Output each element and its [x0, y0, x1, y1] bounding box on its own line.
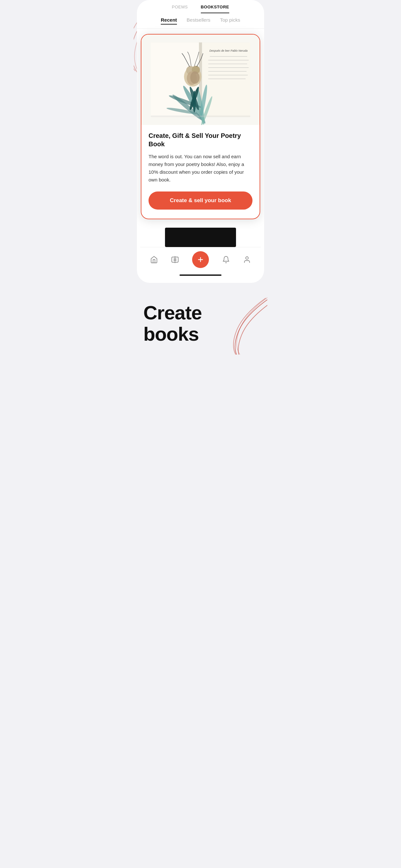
sub-tab-recent[interactable]: Recent — [161, 17, 177, 25]
svg-point-32 — [246, 257, 248, 259]
arc-decoration — [232, 297, 267, 354]
person-icon — [243, 255, 251, 264]
modal-card: Después de leer Pablo Neruda — [141, 34, 260, 219]
bell-icon — [222, 255, 230, 264]
svg-text:Después de leer Pablo Neruda: Después de leer Pablo Neruda — [209, 49, 248, 52]
card-title: Create, Gift & Sell Your Poetry Book — [149, 131, 252, 148]
nav-store[interactable] — [171, 255, 179, 264]
phone-bottom — [137, 247, 264, 283]
bottom-nav — [140, 247, 261, 272]
phone-top: POEMS BOOKSTORE Recent Bestsellers Top p… — [137, 0, 264, 247]
nav-notifications[interactable] — [222, 255, 230, 264]
book-illustration: Después de leer Pablo Neruda — [142, 35, 259, 125]
top-tab-bar: POEMS BOOKSTORE — [137, 0, 264, 13]
card-description: The word is out. You can now sell and ea… — [149, 153, 252, 184]
book-image: Después de leer Pablo Neruda — [142, 35, 259, 125]
nav-create[interactable] — [192, 251, 209, 268]
card-content: Create, Gift & Sell Your Poetry Book The… — [142, 125, 259, 210]
create-books-section: Create books — [134, 283, 267, 354]
sub-tab-bar: Recent Bestsellers Top picks — [137, 13, 264, 29]
sub-tab-top-picks[interactable]: Top picks — [220, 17, 240, 25]
home-indicator — [180, 275, 221, 276]
svg-rect-27 — [151, 116, 250, 117]
create-center-button[interactable] — [192, 251, 209, 268]
tab-bookstore[interactable]: BOOKSTORE — [201, 4, 229, 13]
create-sell-book-button[interactable]: Create & sell your book — [149, 191, 252, 210]
page-wrapper: POEMS BOOKSTORE Recent Bestsellers Top p… — [134, 0, 267, 354]
svg-point-21 — [193, 91, 196, 113]
tab-poems[interactable]: POEMS — [172, 4, 188, 13]
nav-home[interactable] — [150, 255, 158, 264]
sub-tab-bestsellers[interactable]: Bestsellers — [187, 17, 210, 25]
dollar-icon — [171, 255, 179, 264]
home-icon — [150, 255, 158, 264]
content-peek — [137, 224, 264, 247]
nav-profile[interactable] — [243, 255, 251, 264]
black-bar — [165, 228, 236, 247]
svg-point-26 — [190, 71, 199, 84]
